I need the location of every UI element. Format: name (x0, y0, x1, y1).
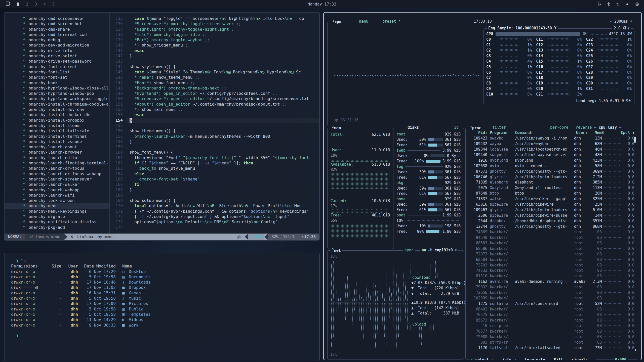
info-button[interactable]: info ↵ (502, 357, 516, 360)
workspace-2[interactable]: 2 (26, 2, 28, 7)
file-list-item[interactable]: *omarchy-debug (5, 37, 109, 42)
workspace-4[interactable]: 4 (44, 2, 46, 7)
process-row[interactable]: 109432waybar/usr/bin/waybardhh68M0.0 (466, 141, 638, 147)
process-row[interactable]: 81310kworker/root0B0.0 (466, 273, 638, 279)
file-list-item[interactable]: *omarchy-launch-about (5, 144, 109, 150)
process-row[interactable]: 73703kworker/root0B0.0 (466, 262, 638, 268)
process-row[interactable]: 87573ghostty/usr/bin/ghostty --gtk-dhh36… (466, 169, 638, 174)
select-buttons[interactable]: ↑ select ↓ (471, 357, 493, 360)
file-list-item[interactable]: *omarchy-notification-dismiss (5, 219, 109, 224)
neovim-window[interactable]: *omarchy-cmd-screensaver*omarchy-cmd-scr… (4, 12, 320, 241)
process-row[interactable]: 63816pipewire/usr/bin/pipewiredhh25M0.0 (466, 202, 638, 207)
process-row[interactable]: 74869kworker/root0B0.0 (466, 229, 638, 235)
process-row[interactable]: 2544dropbox/home/dhh/.dropbox-distdhh357… (466, 218, 638, 224)
terminate-button[interactable]: terminate (525, 357, 545, 360)
file-list-item[interactable]: *omarchy-cmd-share (5, 27, 109, 32)
file-list-item[interactable]: *omarchy-install-tailscale (5, 128, 109, 133)
tab-cpu[interactable]: 1cpu (331, 19, 343, 24)
file-list-item[interactable]: *omarchy-drive-info (5, 48, 109, 53)
process-row[interactable]: 68583kworker/root0B0.0 (466, 240, 638, 246)
net-sync-button[interactable]: sync (403, 248, 415, 252)
code-pane[interactable]: 135 case $(menu "Toggle" "▢ Screensaver\… (110, 13, 319, 234)
btop-window[interactable]: 1cpu menu preset * 17:33:13 - 2000ms + u… (323, 12, 642, 360)
proc-sort-selector[interactable]: ← cpu lazy → (593, 125, 623, 130)
update-interval[interactable]: - 2000ms + (608, 19, 634, 24)
file-list-item[interactable]: *omarchy-launch-or-focus-webapp (5, 171, 109, 176)
proc-scroll-down-arrow[interactable]: ↓ (634, 347, 636, 352)
file-list-item[interactable]: *omarchy-launch-webapp (5, 187, 109, 193)
process-row[interactable]: 16rcu_preeroot0B0.0 (466, 323, 638, 329)
process-row[interactable]: 109440swayosd-/usr/bin/swayosd-serverdhh… (466, 152, 638, 158)
kill-button[interactable]: Kill (554, 357, 563, 360)
process-row[interactable]: 72073kworker/root0B0.0 (466, 251, 638, 257)
proc-scrollbar-thumb[interactable] (634, 137, 636, 143)
process-row[interactable]: 803btrfs-trroot0B0.0 (466, 340, 638, 345)
file-list-item[interactable]: *omarchy-menu-keybindings (5, 209, 109, 214)
file-list-item[interactable]: *omarchy-install-vscode (5, 139, 109, 144)
file-list-item[interactable]: *omarchy-cmd-screenshot (5, 21, 109, 26)
proc-filter-button[interactable]: filter (491, 125, 507, 130)
net-interface-switcher[interactable]: ←b enp191s0 n→ (426, 248, 461, 252)
process-row[interactable]: 2506pipewire/usr/bin/pipewire-pulsedhh14… (466, 213, 638, 218)
workspace-3[interactable]: 3 (35, 2, 37, 7)
process-row[interactable]: 1170tailscal/usr/sbin/tailscaled --root7… (466, 345, 638, 351)
process-row[interactable]: 95673kworker/root0B0.0 (466, 318, 638, 323)
file-list-item[interactable]: *omarchy-launch-editor (5, 155, 109, 160)
volume-icon[interactable] (625, 2, 630, 7)
file-list-item[interactable]: *omarchy-font-set (5, 75, 109, 80)
process-row[interactable]: 71837walker/usr/bin/walker --gappldhh325… (466, 196, 638, 202)
prompt-line-cursor[interactable]: ~❯ (11, 333, 319, 338)
process-row[interactable]: 102638nvimnvim --embed .dhh58M0.0 (466, 163, 638, 169)
tab-mem[interactable]: 2mem (331, 125, 342, 130)
workspace-1-active[interactable] (17, 3, 19, 6)
process-row[interactable]: 109344localsea/usr/lib/localsearch-exdhh… (466, 147, 638, 152)
menu-button[interactable]: menu (358, 19, 370, 24)
logout-icon[interactable] (597, 2, 602, 7)
tab-io[interactable]: io (453, 125, 460, 130)
file-list-item[interactable]: *omarchy-install-chromium-google-a (5, 102, 109, 107)
omarchy-logo-icon[interactable] (6, 1, 10, 7)
proc-reverse-button[interactable]: reverse (574, 125, 593, 130)
file-list-item[interactable]: *omarchy-font-list (5, 69, 109, 75)
file-list-item[interactable]: *omarchy-hyprland-window-pop (5, 91, 109, 96)
process-row[interactable]: 68402kworker/root0B0.0 (466, 306, 638, 312)
file-list-item[interactable]: *omarchy-install-terminal (5, 134, 109, 139)
process-row[interactable]: 76575kworker/root0B0.0 (466, 312, 638, 318)
file-list-item[interactable]: *omarchy-drive-set-password (5, 59, 109, 64)
file-list-item[interactable]: *omarchy-launch-browser (5, 150, 109, 155)
network-icon[interactable] (615, 2, 620, 7)
process-row[interactable]: 72088kworker/root0B0.0 (466, 334, 638, 340)
preset-button[interactable]: preset * (381, 19, 402, 24)
process-row[interactable]: 73656kworker/root0B0.0 (466, 290, 638, 295)
file-list-item[interactable]: *omarchy-menu (5, 203, 109, 208)
process-row[interactable]: 74733kworker/root0B0.0 (466, 268, 638, 274)
file-list-item[interactable]: *omarchy-hyprland-window-close-all (5, 85, 109, 91)
tab-proc[interactable]: 4proc (469, 125, 483, 130)
process-row[interactable]: 2075XwaylandXwayland :1 -rootless -dhh11… (466, 185, 638, 191)
signals-button[interactable]: signals (572, 357, 588, 360)
cpu-chip-icon[interactable] (635, 2, 639, 7)
process-row[interactable]: 71835elephantelephantdhh385M0.0 (466, 180, 638, 185)
file-list-item[interactable]: *omarchy-install-dev-env (5, 107, 109, 112)
file-list-item[interactable]: *omarchy-dev-add-migration (5, 42, 109, 48)
process-row[interactable]: 12244ghostty/usr/bin/ghostty --gtk-dhh86… (466, 224, 638, 229)
process-row[interactable]: 68584kworker/root0B0.0 (466, 257, 638, 262)
file-list-item[interactable]: *omarchy-migrate (5, 214, 109, 219)
file-list-item[interactable]: *omarchy-launch-floating-terminal- (5, 160, 109, 166)
file-list-item[interactable]: *omarchy-pkg-add (5, 225, 109, 230)
tab-disks[interactable]: disks (406, 125, 420, 130)
process-row[interactable]: 94540kworker/root0B0.0 (466, 235, 638, 240)
file-list-item[interactable]: *omarchy-install-docker-dbs (5, 112, 109, 117)
file-list-item[interactable]: *omarchy-launch-wifi (5, 193, 109, 198)
file-list-item[interactable]: *omarchy-drive-select (5, 53, 109, 59)
workspace-5[interactable]: 5 (52, 2, 55, 7)
process-row[interactable]: 1916HyprlandHyprlanddhh423M0.0 (466, 158, 638, 163)
process-row[interactable]: 109423swaybg/usr/bin/swaybg -i /homdhh13… (466, 135, 638, 141)
process-row[interactable]: 79032kworker/root0B0.0 (466, 284, 638, 290)
process-row[interactable]: 68586kworker/root0B0.0 (466, 246, 638, 251)
file-list-item[interactable]: *omarchy-install-steam (5, 123, 109, 128)
file-list-item[interactable]: *omarchy-font-current (5, 64, 109, 69)
file-list-item[interactable]: *omarchy-hook (5, 80, 109, 85)
bluetooth-icon[interactable] (607, 2, 610, 7)
file-list-pane[interactable]: *omarchy-cmd-screensaver*omarchy-cmd-scr… (5, 13, 109, 234)
